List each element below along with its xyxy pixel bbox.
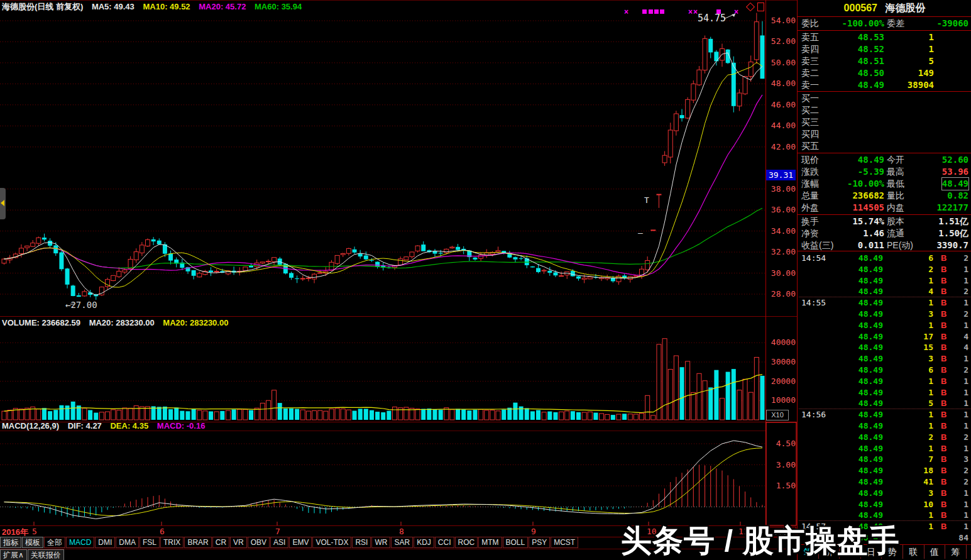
level-volume: 1 [798,31,971,43]
tick-row[interactable]: 48.492B2 [798,432,971,443]
price-tick-34.00: 34.00 [767,226,796,236]
volume-ma20b: MA20: 283230.00 [163,318,228,327]
level-volume: 38904 [798,79,971,91]
indicator-tab-FSL[interactable]: FSL [140,537,160,548]
level-volume [798,104,971,116]
price-tick-36.00: 36.00 [767,205,796,214]
price-tick-30.00: 30.00 [767,268,796,278]
tick-row[interactable]: 48.4915B4 [798,342,971,353]
dif-value: DIF: 4.27 [68,421,102,431]
tick-row[interactable]: 48.497B3 [798,454,971,465]
info-row-4: 外盘114505内盘122177 [798,202,971,214]
price-tick-52.00: 52.00 [767,36,796,46]
price-tick-44.00: 44.00 [767,121,796,130]
sidebar-expand-handle[interactable] [0,188,6,219]
info-row-0: 现价48.49今开52.60 [798,154,971,166]
indicator-tab-MTM[interactable]: MTM [478,537,502,548]
ext-tab-扩展∧[interactable]: 扩展∧ [0,549,27,560]
signal-x-marker: × [693,9,698,14]
macd-value: MACD: -0.16 [157,421,206,431]
tick-row[interactable]: 48.491B1 [798,320,971,331]
trading-terminal: 海德股份(日线 前复权) MA5: 49.43 MA10: 49.52 MA20… [0,0,971,560]
tick-row[interactable]: 48.493B2 [798,309,971,320]
tick-row[interactable]: 48.4918B2 [798,465,971,476]
price-tick-54.00: 54.00 [767,16,796,25]
signal-x-marker: × [734,9,738,14]
month-tick-7: 7 [275,527,280,536]
tick-row[interactable]: 48.4917B4 [798,331,971,343]
indicator-tab-WR[interactable]: WR [371,537,390,548]
tick-row[interactable]: 48.4941B2 [798,476,971,488]
signal-x-marker: × [624,9,628,14]
indicator-tab-模板[interactable]: 模板 [22,537,43,548]
volume-tick-20000: 20000 [767,376,796,386]
info-row-1: 涨跌-5.39最高53.96 [798,166,971,178]
indicator-tab-EMV[interactable]: EMV [289,537,312,548]
indicator-tab-BRAR[interactable]: BRAR [184,537,211,548]
tick-row[interactable]: 48.495B1 [798,398,971,409]
indicator-tab-CCI[interactable]: CCI [435,537,454,548]
tick-row[interactable]: 14:5448.496B2 [798,253,971,264]
indicator-tab-TRIX[interactable]: TRIX [160,537,184,548]
tick-row[interactable]: 48.496B2 [798,365,971,376]
ext-tab-关联报价[interactable]: 关联报价 [28,549,64,560]
indicator-tab-指标[interactable]: 指标 [0,537,21,548]
tick-row[interactable]: 48.491B1 [798,443,971,454]
indicator-tab-BOLL[interactable]: BOLL [503,537,529,548]
price-tick-50.00: 50.00 [767,58,796,67]
indicator-tab-MCST[interactable]: MCST [551,537,578,548]
indicator-tab-VOL-TDX[interactable]: VOL-TDX [312,537,351,548]
signal-square-marker [654,9,659,14]
indicator-tab-全部[interactable]: 全部 [44,537,65,548]
indicator-tab-CR[interactable]: CR [212,537,229,548]
volume-scale-badge: X10 [766,410,789,420]
tick-row[interactable]: 48.4910B1 [798,499,971,510]
indicator-tab-DMA[interactable]: DMA [116,537,139,548]
tick-row[interactable]: 48.491B1 [798,420,971,432]
ma20-value: MA20: 45.72 [199,2,246,11]
level-volume [798,140,971,152]
info-row-2: 涨幅-10.00%最低48.49 [798,178,971,190]
chart-canvas[interactable] [0,0,797,560]
indicator-tab-VR[interactable]: VR [230,537,247,548]
tick-row[interactable]: 14:5548.491B1 [798,297,971,309]
fund-row-1: 净资1.46流通1.50亿 [798,228,971,239]
price-tick-38.00: 38.00 [767,184,796,194]
indicator-tab-DMI[interactable]: DMI [95,537,115,548]
macd-tick-4.50: 4.50 [767,439,796,448]
indicator-tab-ROC[interactable]: ROC [455,537,478,548]
indicator-tab-KDJ[interactable]: KDJ [414,537,434,548]
kline-header: 海德股份(日线 前复权) MA5: 49.43 MA10: 49.52 MA20… [2,1,308,12]
price-tick-48.00: 48.00 [767,79,796,88]
tick-row[interactable]: 48.491B1 [798,275,971,287]
signal-square-marker [716,9,721,14]
stock-title: 海德股份(日线 前复权) [2,2,83,11]
tick-row[interactable]: 48.493B1 [798,353,971,365]
dea-value: DEA: 4.35 [110,421,148,431]
indicator-tab-MACD[interactable]: MACD [66,537,94,548]
price-tick-46.00: 46.00 [767,100,796,109]
tick-row[interactable]: 48.494B2 [798,286,971,297]
volume-value: VOLUME: 236682.59 [2,318,80,327]
prev-close-marker: 39.31 [766,170,796,180]
level-volume [798,92,971,104]
indicator-tab-OBV[interactable]: OBV [248,537,270,548]
indicator-tab-ASI[interactable]: ASI [270,537,288,548]
tick-row[interactable]: 48.491B1 [798,376,971,387]
indicator-tab-RSI[interactable]: RSI [352,537,371,548]
tick-row[interactable]: 14:5648.491B1 [798,409,971,420]
tick-row[interactable]: 48.491B1 [798,387,971,398]
weibi-row: 委比-100.00%委差-39060 [798,18,971,30]
volume-tick-30000: 30000 [767,357,796,366]
month-tick-5: 5 [32,527,37,536]
ma60-value: MA60: 35.94 [255,2,302,11]
signal-x-marker: × [688,9,693,14]
month-tick-8: 8 [399,527,404,536]
indicator-tab-PSY[interactable]: PSY [529,537,550,548]
tick-row[interactable]: 48.492B1 [798,264,971,275]
indicator-tab-SAR[interactable]: SAR [391,537,413,548]
tick-row[interactable]: 48.491B1 [798,510,971,521]
window-icon[interactable] [757,3,764,11]
macd-tick-1.50: 1.50 [767,481,796,490]
tick-row[interactable]: 48.493B1 [798,488,971,499]
